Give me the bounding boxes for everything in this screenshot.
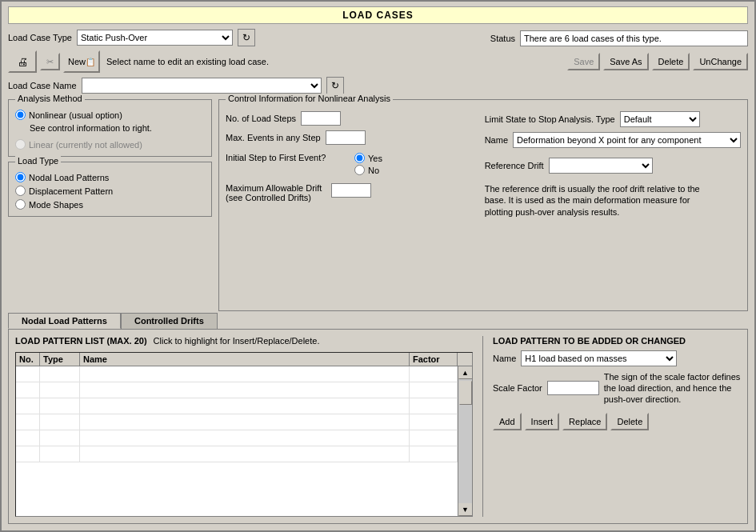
table-scrollbar[interactable]: ▲ ▼: [458, 366, 472, 517]
mode-shapes-radio[interactable]: [15, 199, 26, 210]
pattern-name-select[interactable]: H1 load based on masses: [521, 350, 677, 366]
table-row[interactable]: [16, 398, 458, 414]
displacement-radio[interactable]: [15, 186, 26, 196]
ref-drift-label: Reference Drift: [485, 161, 544, 170]
load-case-refresh-button[interactable]: ↻: [326, 77, 344, 94]
insert-button[interactable]: Insert: [525, 413, 560, 430]
scroll-thumb[interactable]: [459, 381, 472, 405]
col-no: No.: [16, 353, 40, 366]
max-events-label: Max. Events in any Step: [226, 133, 321, 142]
nonlinear-sub: See control information to right.: [30, 123, 152, 133]
add-title: LOAD PATTERN TO BE ADDED OR CHANGED: [493, 336, 741, 346]
no-label: No: [368, 166, 379, 175]
table-header: No. Type Name Factor: [16, 353, 472, 366]
ctrl-name-label: Name: [485, 135, 508, 145]
drift-note: The reference drift is usually the roof …: [485, 183, 717, 218]
scale-factor-input[interactable]: [547, 381, 599, 395]
scale-factor-label: Scale Factor: [493, 383, 542, 393]
tabs-row: Nodal Load Patterns Controlled Drifts: [8, 313, 748, 329]
max-drift-sub: (see Controlled Drifts): [226, 193, 322, 202]
delete-button[interactable]: Delete: [652, 53, 690, 70]
pattern-add-area: LOAD PATTERN TO BE ADDED OR CHANGED Name…: [493, 336, 741, 518]
unchange-button[interactable]: UnChange: [693, 53, 748, 70]
load-case-type-label: Load Case Type: [8, 33, 72, 42]
nonlinear-label: Nonlinear (usual option): [29, 110, 122, 120]
load-case-name-select[interactable]: [82, 78, 322, 94]
print-button[interactable]: 🖨: [8, 50, 37, 73]
no-steps-input[interactable]: [301, 111, 341, 126]
max-events-input[interactable]: [326, 130, 366, 145]
sign-note: The sign of the scale factor defines the…: [604, 371, 741, 406]
scroll-up-button[interactable]: ▲: [458, 366, 473, 379]
load-table: No. Type Name Factor: [15, 352, 473, 518]
linear-label: Linear (currently not allowed): [29, 140, 142, 150]
initial-step-label: Initial Step to First Event?: [226, 153, 350, 162]
scissors-icon: ✂: [46, 57, 54, 66]
save-as-button[interactable]: Save As: [603, 53, 648, 70]
scroll-header-spacer: [458, 353, 472, 366]
new-label: New: [68, 57, 86, 66]
new-button[interactable]: New 📋: [63, 50, 100, 73]
limit-state-select[interactable]: Default: [620, 111, 700, 127]
window-title: LOAD CASES: [8, 6, 748, 24]
save-button[interactable]: Save: [567, 53, 600, 70]
table-row[interactable]: [16, 382, 458, 398]
max-drift-label: Maximum Allowable Drift: [226, 183, 322, 193]
tab-nodal-load-patterns[interactable]: Nodal Load Patterns: [8, 313, 121, 329]
scroll-down-button[interactable]: ▼: [458, 503, 473, 516]
tab-content-area: LOAD PATTERN LIST (MAX. 20) Click to hig…: [8, 329, 748, 525]
tab-controlled-drifts[interactable]: Controlled Drifts: [121, 313, 218, 329]
linear-radio: [15, 139, 26, 150]
action-buttons: Add Insert Replace Delete: [493, 413, 741, 430]
name-select[interactable]: Deformation beyond X point for any compo…: [513, 132, 741, 148]
status-label: Status: [490, 34, 515, 43]
table-row[interactable]: [16, 446, 458, 462]
table-row[interactable]: [16, 430, 458, 446]
select-hint: Select name to edit an existing load cas…: [106, 57, 269, 66]
table-row[interactable]: [16, 414, 458, 430]
add-button[interactable]: Add: [493, 413, 522, 430]
max-drift-input[interactable]: [331, 183, 371, 198]
control-info-title: Control Information for Nonlinear Analys…: [226, 94, 393, 103]
vertical-divider: [482, 336, 483, 518]
load-list-area: LOAD PATTERN LIST (MAX. 20) Click to hig…: [15, 336, 473, 518]
load-case-name-label: Load Case Name: [8, 81, 77, 90]
list-title: LOAD PATTERN LIST (MAX. 20): [15, 336, 147, 346]
nodal-load-radio[interactable]: [15, 172, 26, 182]
pattern-delete-button[interactable]: Delete: [610, 413, 649, 430]
col-name: Name: [80, 353, 410, 366]
refresh-button[interactable]: ↻: [238, 29, 255, 46]
pattern-name-label: Name: [493, 354, 516, 363]
analysis-method-group: Analysis Method Nonlinear (usual option)…: [8, 99, 212, 157]
nodal-load-label: Nodal Load Patterns: [29, 173, 109, 182]
displacement-label: Displacement Pattern: [29, 186, 113, 196]
list-hint: Click to highlight for Insert/Replace/De…: [154, 336, 320, 346]
no-radio[interactable]: [354, 165, 365, 175]
yes-radio[interactable]: [354, 153, 365, 163]
table-body[interactable]: ▲ ▼: [16, 366, 472, 517]
load-type-title: Load Type: [15, 156, 61, 166]
ref-drift-select[interactable]: [549, 158, 653, 174]
col-factor: Factor: [410, 353, 458, 366]
main-window: LOAD CASES Load Case Type Static Push-Ov…: [0, 0, 756, 532]
mode-shapes-label: Mode Shapes: [29, 200, 83, 210]
analysis-method-title: Analysis Method: [15, 94, 85, 103]
nonlinear-radio[interactable]: [15, 110, 26, 120]
load-case-type-select[interactable]: Static Push-Over: [77, 30, 233, 46]
col-type: Type: [40, 353, 80, 366]
table-rows: [16, 366, 458, 517]
no-steps-label: No. of Load Steps: [226, 114, 296, 123]
load-type-group: Load Type Nodal Load Patterns Displaceme…: [8, 162, 212, 217]
status-input: There are 6 load cases of this type.: [520, 30, 748, 46]
scissors-button: ✂: [40, 53, 60, 70]
yes-label: Yes: [368, 154, 382, 163]
printer-icon: 🖨: [18, 56, 28, 68]
table-row[interactable]: [16, 366, 458, 382]
control-info-group: Control Information for Nonlinear Analys…: [218, 99, 748, 311]
limit-state-label: Limit State to Stop Analysis. Type: [485, 114, 615, 124]
replace-button[interactable]: Replace: [562, 413, 607, 430]
